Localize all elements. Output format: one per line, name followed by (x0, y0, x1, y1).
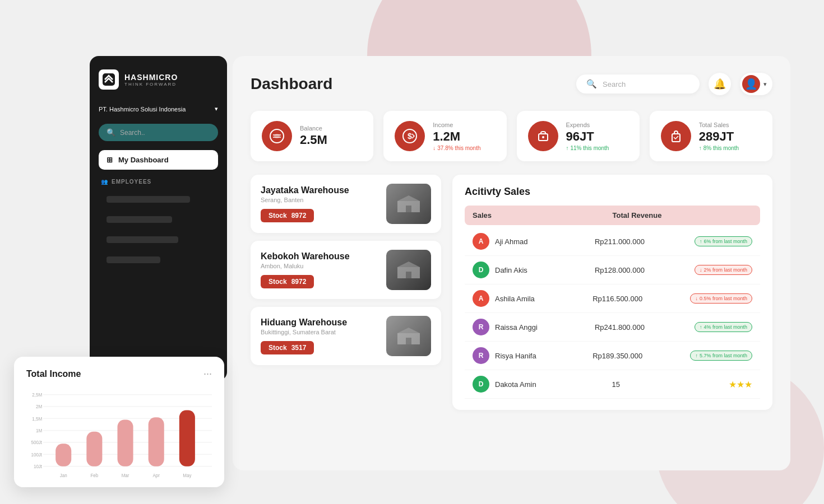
chart-card: Total Income ··· 2,5M 2M 1,5M 1M 500Jt 1… (14, 357, 224, 487)
warehouse-info-kebokoh: Kebokoh Warehouse Ambon, Maluku Stock 89… (261, 251, 378, 288)
badge-aji: ↑ 6% from last month (695, 236, 752, 246)
stat-card-total-sales: Total Sales 289JT ↑ 8% this month (650, 111, 772, 161)
warehouse-location-kebokoh: Ambon, Maluku (261, 263, 378, 269)
svg-text:Mar: Mar (122, 473, 129, 478)
svg-text:1,5M: 1,5M (32, 416, 42, 421)
stock-label-jayataka: Stock (269, 212, 287, 220)
svg-rect-33 (149, 417, 164, 466)
avatar-dafin: D (473, 262, 489, 278)
warehouse-img-inner-jayataka (386, 184, 431, 224)
stat-change-text-total-sales: 8% this month (703, 145, 739, 151)
sidebar-search-input[interactable] (120, 129, 210, 137)
stock-value-kebokoh: 8972 (291, 278, 307, 286)
name-risya: Risya Hanifa (495, 352, 587, 360)
svg-text:Feb: Feb (90, 473, 98, 478)
revenue-aji: Rp211.000.000 (595, 237, 689, 246)
stat-change-income: ↓ 37.8% this month (433, 145, 495, 151)
sidebar-logo: HASHMICRO THINK FORWARD (99, 69, 218, 90)
search-icon: 🔍 (586, 79, 597, 89)
logo-text: HASHMICRO THINK FORWARD (124, 73, 178, 87)
svg-rect-32 (117, 419, 133, 466)
search-input[interactable] (603, 80, 689, 88)
svg-point-5 (542, 136, 544, 138)
stock-value-jayataka: 8972 (291, 212, 307, 220)
warehouse-img-inner-hiduang (386, 316, 431, 356)
warehouse-info-jayataka: Jayataka Warehouse Serang, Banten Stock … (261, 185, 378, 222)
svg-text:10Jt: 10Jt (34, 464, 43, 469)
warehouse-image-hiduang (386, 316, 431, 356)
arrow-up-icon: ↑ (566, 145, 569, 151)
dashboard-icon: ⊞ (107, 156, 113, 164)
company-selector[interactable]: PT. Hashmicro Solusi Indonesia ▾ (99, 103, 218, 115)
svg-text:$: $ (408, 132, 412, 141)
name-dakota: Dakota Amin (495, 380, 607, 389)
stats-row: Balance 2.5M $ Income 1.2M ↓ 37.8% this … (251, 111, 772, 161)
warehouse-location-jayataka: Serang, Banten (261, 197, 378, 203)
name-raissa: Raissa Anggi (495, 323, 589, 332)
warehouse-img-inner-kebokoh (386, 250, 431, 290)
stat-value-balance: 2.5M (300, 133, 362, 147)
arrow-up-icon: ↑ (700, 239, 702, 244)
revenue-risya: Rp189.350.000 (592, 352, 684, 360)
svg-marker-11 (397, 262, 420, 267)
page-title: Dashboard (251, 75, 332, 93)
stat-value-expends: 96JT (566, 129, 628, 144)
warehouse-stock-hiduang: Stock 3517 (261, 341, 314, 354)
stock-value-hiduang: 3517 (291, 344, 307, 352)
main-container: Dashboard 🔍 🔔 👤 ▾ (233, 56, 790, 470)
chart-title: Total Income (26, 369, 81, 379)
arrow-up-icon: ↑ (695, 353, 698, 358)
name-dafin: Dafin Akis (495, 266, 589, 274)
activity-table: Sales Total Revenue A Aji Ahmad Rp211.00… (465, 206, 760, 399)
col-header-revenue: Total Revenue (613, 211, 753, 220)
company-name: PT. Hashmicro Solusi Indonesia (99, 106, 186, 113)
sidebar-search-container[interactable]: 🔍 (99, 124, 218, 141)
bell-icon: 🔔 (714, 78, 726, 90)
header-right: 🔍 🔔 👤 ▾ (576, 73, 772, 95)
stat-label-total-sales: Total Sales (699, 122, 761, 128)
activity-row-3: A Ashila Amila Rp116.500.000 ↓ 0.5% from… (465, 284, 760, 313)
name-aji: Aji Ahmad (495, 237, 589, 246)
avatar-raissa: R (473, 319, 489, 335)
avatar-ashila: A (473, 290, 489, 307)
warehouse-card-jayataka: Jayataka Warehouse Serang, Banten Stock … (251, 175, 441, 233)
chevron-down-icon: ▾ (215, 105, 218, 113)
sidebar-section-employees: 👥 EMPLOYEES (99, 179, 218, 185)
chart-area: 2,5M 2M 1,5M 1M 500Jt 100Jt 10Jt Jan Feb… (26, 389, 212, 478)
warehouse-name-hiduang: Hiduang Warehouse (261, 318, 378, 328)
badge-ashila: ↓ 0.5% from last month (690, 293, 752, 304)
warehouse-column: Jayataka Warehouse Serang, Banten Stock … (251, 175, 441, 410)
bell-button[interactable]: 🔔 (709, 73, 731, 95)
avatar-button[interactable]: 👤 ▾ (740, 73, 772, 95)
stat-change-total-sales: ↑ 8% this month (699, 145, 761, 151)
revenue-raissa: Rp241.800.000 (595, 323, 689, 332)
warehouse-image-kebokoh (386, 250, 431, 290)
chart-options-button[interactable]: ··· (203, 368, 212, 380)
activity-table-header: Sales Total Revenue (465, 206, 760, 225)
expends-icon (528, 121, 558, 151)
logo-icon (99, 69, 119, 90)
main-header: Dashboard 🔍 🔔 👤 ▾ (251, 73, 772, 95)
stat-change-text-expends: 11% this month (571, 145, 609, 151)
sidebar-item-my-dashboard[interactable]: ⊞ My Dashboard (99, 150, 218, 170)
revenue-dakota: 15 (612, 380, 724, 389)
stat-change-text-income: 37.8% this month (437, 145, 480, 151)
svg-text:Apr: Apr (152, 473, 160, 478)
warehouse-card-hiduang: Hiduang Warehouse Bukittinggi, Sumatera … (251, 307, 441, 365)
search-box[interactable]: 🔍 (576, 74, 700, 94)
svg-rect-30 (55, 444, 71, 466)
activity-row-2: D Dafin Akis Rp128.000.000 ↓ 2% from las… (465, 256, 760, 284)
badge-text-raissa: 4% from last month (703, 324, 747, 330)
warehouse-name-jayataka: Jayataka Warehouse (261, 185, 378, 195)
avatar: 👤 (742, 75, 760, 93)
skeleton-item-1 (107, 196, 190, 203)
activity-row-6: D Dakota Amin 15 ★★★ (465, 370, 760, 399)
brand-name: HASHMICRO (124, 73, 178, 82)
total-sales-icon (661, 121, 691, 151)
svg-rect-31 (86, 432, 102, 466)
stat-info-expends: Expends 96JT ↑ 11% this month (566, 122, 628, 151)
svg-rect-34 (179, 410, 195, 466)
stat-value-income: 1.2M (433, 129, 495, 144)
badge-text-ashila: 0.5% from last month (700, 296, 747, 301)
stat-card-income: $ Income 1.2M ↓ 37.8% this month (383, 111, 506, 161)
